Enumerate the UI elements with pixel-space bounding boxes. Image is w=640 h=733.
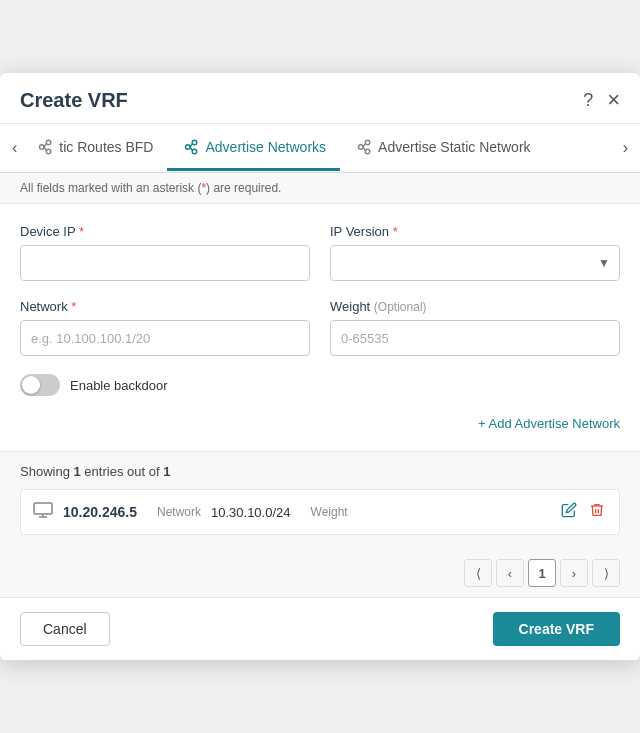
device-ip-group: Device IP * bbox=[20, 224, 310, 281]
svg-point-10 bbox=[359, 144, 364, 149]
form-row-2: Network * Weight (Optional) bbox=[20, 299, 620, 356]
pagination-prev-button[interactable]: ‹ bbox=[496, 559, 524, 587]
tab-next-button[interactable]: › bbox=[619, 124, 632, 172]
entry-network-value: 10.30.10.0/24 bbox=[211, 505, 291, 520]
create-vrf-dialog: Create VRF ? × ‹ tic Routes BFD bbox=[0, 73, 640, 660]
dialog-footer: Cancel Create VRF bbox=[0, 597, 640, 660]
svg-point-5 bbox=[186, 144, 191, 149]
svg-point-11 bbox=[365, 140, 370, 145]
tab-static-routes-bfd[interactable]: tic Routes BFD bbox=[21, 126, 167, 171]
ip-version-select[interactable]: IPv4 IPv6 bbox=[330, 245, 620, 281]
enable-backdoor-label: Enable backdoor bbox=[70, 378, 168, 393]
svg-line-4 bbox=[44, 147, 46, 150]
entry-actions bbox=[559, 500, 607, 524]
close-icon[interactable]: × bbox=[607, 87, 620, 113]
help-icon[interactable]: ? bbox=[583, 90, 593, 111]
enable-backdoor-toggle[interactable] bbox=[20, 374, 60, 396]
entry-network-label: Network bbox=[157, 505, 201, 519]
pagination-page-1[interactable]: 1 bbox=[528, 559, 556, 587]
tab-prev-button[interactable]: ‹ bbox=[8, 124, 21, 172]
svg-point-1 bbox=[47, 140, 52, 145]
tab-advertise-networks[interactable]: Advertise Networks bbox=[167, 126, 340, 171]
svg-line-8 bbox=[190, 143, 192, 146]
tab-advertise-static-network[interactable]: Advertise Static Network bbox=[340, 126, 545, 171]
svg-point-12 bbox=[365, 149, 370, 154]
pagination: ⟨ ‹ 1 › ⟩ bbox=[0, 549, 640, 597]
entry-ip: 10.20.246.5 bbox=[63, 504, 137, 520]
tab-advertise-static-network-label: Advertise Static Network bbox=[378, 139, 531, 155]
device-ip-input[interactable] bbox=[20, 245, 310, 281]
device-icon bbox=[33, 502, 53, 522]
weight-label: Weight (Optional) bbox=[330, 299, 620, 314]
edit-entry-button[interactable] bbox=[559, 500, 579, 524]
required-note: All fields marked with an asterisk (*) a… bbox=[0, 173, 640, 204]
network-label: Network * bbox=[20, 299, 310, 314]
ip-version-group: IP Version * IPv4 IPv6 ▼ bbox=[330, 224, 620, 281]
tabs-list: tic Routes BFD Advertise Networks Advert… bbox=[21, 126, 618, 171]
svg-point-7 bbox=[193, 149, 198, 154]
weight-input[interactable] bbox=[330, 320, 620, 356]
pagination-last-button[interactable]: ⟩ bbox=[592, 559, 620, 587]
svg-point-0 bbox=[40, 144, 45, 149]
svg-rect-15 bbox=[34, 503, 52, 514]
enable-backdoor-row: Enable backdoor bbox=[20, 374, 620, 396]
add-link-row: + Add Advertise Network bbox=[20, 410, 620, 441]
svg-line-14 bbox=[363, 147, 365, 150]
dialog-header: Create VRF ? × bbox=[0, 73, 640, 124]
network-input[interactable] bbox=[20, 320, 310, 356]
pagination-next-button[interactable]: › bbox=[560, 559, 588, 587]
table-row: 10.20.246.5 Network 10.30.10.0/24 Weight bbox=[20, 489, 620, 535]
showing-text: Showing 1 entries out of 1 bbox=[20, 464, 620, 479]
tab-static-routes-bfd-label: tic Routes BFD bbox=[59, 139, 153, 155]
svg-point-2 bbox=[47, 149, 52, 154]
form-area: Device IP * IP Version * IPv4 IPv6 ▼ bbox=[0, 204, 640, 452]
device-ip-label: Device IP * bbox=[20, 224, 310, 239]
svg-line-3 bbox=[44, 143, 46, 146]
cancel-button[interactable]: Cancel bbox=[20, 612, 110, 646]
create-vrf-button[interactable]: Create VRF bbox=[493, 612, 620, 646]
svg-line-9 bbox=[190, 147, 192, 150]
network-group: Network * bbox=[20, 299, 310, 356]
form-row-1: Device IP * IP Version * IPv4 IPv6 ▼ bbox=[20, 224, 620, 281]
tab-advertise-networks-label: Advertise Networks bbox=[205, 139, 326, 155]
tabs-container: ‹ tic Routes BFD Advertise Networks bbox=[0, 124, 640, 173]
table-section: Showing 1 entries out of 1 10.20.246.5 N… bbox=[0, 452, 640, 549]
pagination-first-button[interactable]: ⟨ bbox=[464, 559, 492, 587]
add-advertise-network-link[interactable]: + Add Advertise Network bbox=[478, 416, 620, 431]
weight-group: Weight (Optional) bbox=[330, 299, 620, 356]
dialog-title: Create VRF bbox=[20, 89, 128, 112]
delete-entry-button[interactable] bbox=[587, 500, 607, 524]
svg-line-13 bbox=[363, 143, 365, 146]
svg-point-6 bbox=[193, 140, 198, 145]
ip-version-label: IP Version * bbox=[330, 224, 620, 239]
toggle-knob bbox=[22, 376, 40, 394]
header-icons: ? × bbox=[583, 87, 620, 113]
entry-weight-label: Weight bbox=[311, 505, 348, 519]
ip-version-select-wrapper: IPv4 IPv6 ▼ bbox=[330, 245, 620, 281]
